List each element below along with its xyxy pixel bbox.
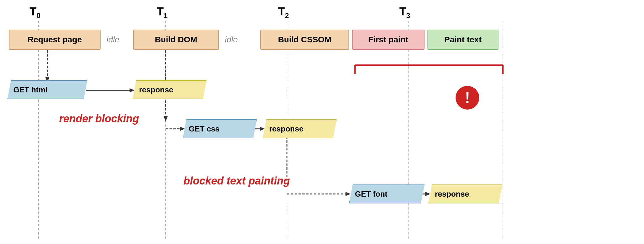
idle-2: idle: [225, 35, 238, 44]
get-font-box: GET font: [349, 184, 425, 203]
svg-marker-14: [260, 127, 265, 131]
svg-marker-12: [180, 127, 185, 131]
paint-text-box: Paint text: [427, 30, 498, 50]
get-html-box: GET html: [7, 80, 87, 99]
blocked-text-painting-label: blocked text painting: [183, 175, 290, 187]
t2-label: T2: [278, 5, 289, 20]
build-dom-box: Build DOM: [133, 30, 219, 50]
response-font-box: response: [428, 184, 502, 203]
request-page-box: Request page: [9, 30, 101, 50]
get-css-box: GET css: [183, 119, 257, 138]
idle-1: idle: [106, 35, 120, 44]
t0-label: T0: [30, 5, 41, 20]
response-html-box: response: [133, 80, 206, 99]
t3-label: T3: [399, 5, 410, 20]
first-paint-box: First paint: [352, 30, 425, 50]
diagram: T0 T1 T2 T3 Request page idle Build DOM …: [0, 0, 644, 244]
response-css-box: response: [263, 119, 337, 138]
svg-marker-8: [130, 88, 135, 92]
build-cssom-box: Build CSSOM: [260, 30, 349, 50]
render-blocking-label: render blocking: [59, 113, 139, 125]
svg-marker-19: [425, 192, 430, 196]
error-circle: !: [456, 86, 479, 110]
svg-marker-17: [346, 192, 351, 196]
svg-marker-10: [164, 116, 168, 121]
exclamation-icon: !: [465, 89, 470, 106]
t1-label: T1: [157, 5, 168, 20]
